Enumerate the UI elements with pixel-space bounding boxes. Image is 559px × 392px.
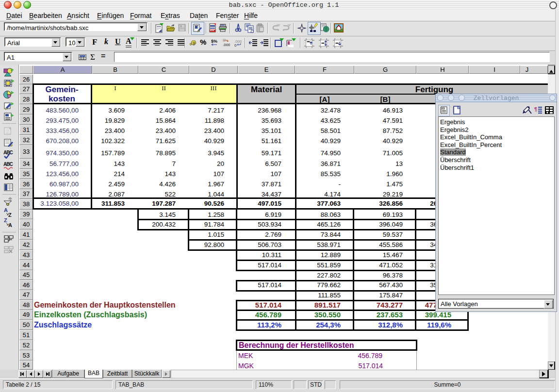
svg-text:ABC: ABC — [3, 162, 13, 167]
svg-text:A: A — [4, 208, 8, 213]
svg-text:.000: .000 — [223, 43, 230, 47]
svg-text:A: A — [8, 222, 12, 228]
svg-text:$%: $% — [211, 39, 217, 44]
svg-text:Z: Z — [8, 212, 12, 217]
svg-text:0: 0 — [234, 43, 237, 47]
svg-text:ABC: ABC — [3, 150, 13, 155]
svg-text:9: 9 — [193, 41, 195, 46]
svg-text:Z: Z — [4, 218, 7, 223]
svg-text:¶: ¶ — [534, 106, 537, 112]
